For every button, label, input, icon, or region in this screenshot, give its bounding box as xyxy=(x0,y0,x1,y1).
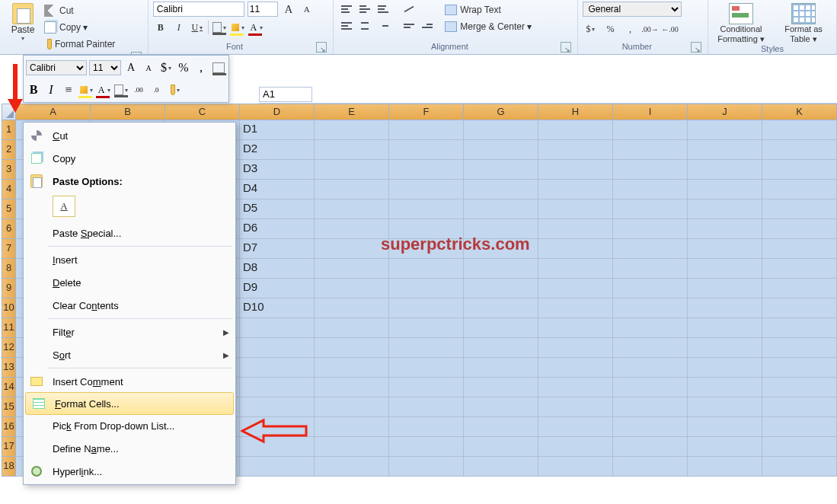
ctx-copy[interactable]: Copy xyxy=(24,147,235,170)
cell[interactable] xyxy=(315,298,389,318)
cell[interactable] xyxy=(389,437,464,457)
cell[interactable] xyxy=(240,457,315,477)
mini-borders[interactable] xyxy=(211,60,226,75)
cell[interactable] xyxy=(464,417,538,437)
cell[interactable]: D8 xyxy=(240,259,315,279)
cell[interactable]: D9 xyxy=(240,279,315,298)
cell[interactable] xyxy=(240,318,315,338)
cell[interactable] xyxy=(613,378,688,397)
col-header[interactable]: J xyxy=(688,104,762,120)
cell[interactable] xyxy=(240,397,315,417)
cell[interactable] xyxy=(240,358,315,378)
cell[interactable] xyxy=(762,180,837,199)
cell[interactable] xyxy=(464,338,538,358)
ctx-paste-special[interactable]: Paste Special... xyxy=(24,222,235,244)
align-bottom-button[interactable] xyxy=(375,2,391,17)
row-header[interactable]: 15 xyxy=(2,397,16,417)
format-as-table-button[interactable]: Format as Table ▾ xyxy=(775,2,832,44)
ctx-filter[interactable]: Filter▶ xyxy=(24,321,235,343)
cell[interactable] xyxy=(389,199,464,219)
shrink-font-button[interactable]: A xyxy=(299,2,315,17)
cell[interactable] xyxy=(688,457,762,477)
cell[interactable] xyxy=(762,279,837,298)
mini-grow-font[interactable]: A xyxy=(123,60,139,75)
cell[interactable] xyxy=(762,259,837,279)
cell[interactable] xyxy=(688,417,762,437)
cell[interactable] xyxy=(315,338,389,358)
cell[interactable] xyxy=(389,318,464,338)
cell[interactable] xyxy=(613,298,688,318)
decrease-indent-button[interactable] xyxy=(401,18,417,33)
row-header[interactable]: 6 xyxy=(2,219,16,239)
cell[interactable] xyxy=(315,437,389,457)
cell[interactable] xyxy=(688,140,762,160)
cell[interactable]: D10 xyxy=(240,298,315,318)
cell[interactable] xyxy=(315,457,389,477)
ctx-clear-contents[interactable]: Clear Contents xyxy=(24,294,235,317)
cell[interactable] xyxy=(538,318,613,338)
row-header[interactable]: 17 xyxy=(2,437,16,457)
cell[interactable] xyxy=(315,219,389,239)
row-header[interactable]: 3 xyxy=(2,160,16,180)
cell[interactable] xyxy=(613,417,688,437)
cell[interactable] xyxy=(464,358,538,378)
cell[interactable] xyxy=(315,199,389,219)
cell[interactable] xyxy=(762,120,837,140)
cell[interactable] xyxy=(389,358,464,378)
row-header[interactable]: 9 xyxy=(2,279,16,298)
row-header[interactable]: 11 xyxy=(2,318,16,338)
cell[interactable] xyxy=(315,378,389,397)
cell[interactable] xyxy=(613,239,688,259)
ctx-hyperlink[interactable]: Hyperlink... xyxy=(24,460,235,483)
cell[interactable] xyxy=(389,338,464,358)
cell[interactable] xyxy=(464,378,538,397)
cell[interactable] xyxy=(389,397,464,417)
cell[interactable] xyxy=(538,239,613,259)
cell[interactable] xyxy=(688,397,762,417)
cell[interactable] xyxy=(762,437,837,457)
ctx-cut[interactable]: Cut xyxy=(24,124,235,147)
border-button[interactable] xyxy=(212,20,227,35)
cell[interactable] xyxy=(538,437,613,457)
bold-button[interactable]: B xyxy=(153,20,168,35)
cell[interactable] xyxy=(762,457,837,477)
align-center-button[interactable] xyxy=(356,18,373,33)
mini-inc-dec[interactable]: .00 xyxy=(131,82,146,97)
cell[interactable] xyxy=(538,417,613,437)
cell[interactable] xyxy=(762,239,837,259)
row-header[interactable]: 18 xyxy=(2,457,16,477)
cell[interactable] xyxy=(688,437,762,457)
row-header[interactable]: 2 xyxy=(2,140,16,160)
cell[interactable] xyxy=(613,437,688,457)
cell[interactable] xyxy=(389,180,464,199)
cell[interactable]: D5 xyxy=(240,199,315,219)
cell[interactable] xyxy=(762,318,837,338)
cell[interactable] xyxy=(315,160,389,180)
cell[interactable] xyxy=(389,279,464,298)
row-header[interactable]: 8 xyxy=(2,259,16,279)
cell[interactable] xyxy=(688,219,762,239)
font-dialog-launcher[interactable] xyxy=(316,42,327,53)
cell[interactable] xyxy=(538,140,613,160)
mini-fill[interactable] xyxy=(78,82,94,97)
accounting-format-button[interactable]: $ xyxy=(583,21,598,37)
cell[interactable] xyxy=(389,140,464,160)
cell[interactable] xyxy=(538,259,613,279)
cell[interactable] xyxy=(389,120,464,140)
cell[interactable] xyxy=(389,298,464,318)
row-header[interactable]: 10 xyxy=(2,298,16,318)
cell[interactable] xyxy=(315,417,389,437)
col-header[interactable]: B xyxy=(91,104,165,120)
cell[interactable] xyxy=(613,199,688,219)
cell[interactable] xyxy=(538,199,613,219)
cell[interactable] xyxy=(538,219,613,239)
align-middle-button[interactable] xyxy=(356,2,373,17)
cell[interactable] xyxy=(538,457,613,477)
mini-font-color[interactable] xyxy=(96,82,111,97)
cell[interactable] xyxy=(688,160,762,180)
number-dialog-launcher[interactable] xyxy=(691,42,701,53)
cell[interactable] xyxy=(464,457,538,477)
align-right-button[interactable] xyxy=(375,18,391,33)
cell[interactable] xyxy=(762,199,837,219)
percent-button[interactable]: % xyxy=(602,21,618,37)
